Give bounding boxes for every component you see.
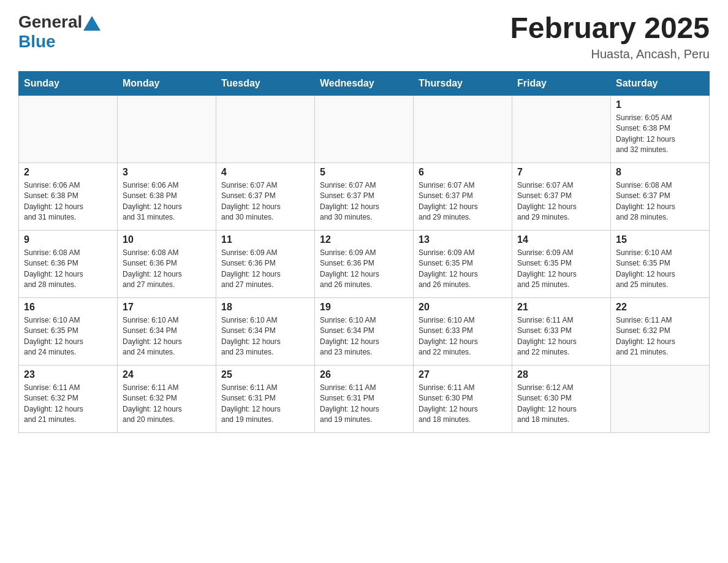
day-number: 21 (517, 302, 605, 313)
day-info: Sunrise: 6:08 AMSunset: 6:36 PMDaylight:… (24, 248, 112, 291)
week-row-1: 1Sunrise: 6:05 AMSunset: 6:38 PMDaylight… (19, 95, 710, 163)
calendar-cell: 14Sunrise: 6:09 AMSunset: 6:35 PMDayligh… (512, 230, 611, 297)
calendar-cell: 22Sunrise: 6:11 AMSunset: 6:32 PMDayligh… (611, 297, 710, 365)
calendar-cell: 19Sunrise: 6:10 AMSunset: 6:34 PMDayligh… (315, 297, 414, 365)
day-number: 6 (419, 167, 507, 178)
calendar-cell: 10Sunrise: 6:08 AMSunset: 6:36 PMDayligh… (118, 230, 216, 297)
calendar-cell: 23Sunrise: 6:11 AMSunset: 6:32 PMDayligh… (19, 365, 118, 432)
calendar-cell: 4Sunrise: 6:07 AMSunset: 6:37 PMDaylight… (216, 163, 315, 230)
calendar-cell: 27Sunrise: 6:11 AMSunset: 6:30 PMDayligh… (414, 365, 512, 432)
calendar-cell (118, 95, 216, 163)
calendar-cell: 2Sunrise: 6:06 AMSunset: 6:38 PMDaylight… (19, 163, 118, 230)
day-info: Sunrise: 6:05 AMSunset: 6:38 PMDaylight:… (616, 113, 704, 156)
day-number: 16 (24, 302, 112, 313)
day-number: 26 (320, 369, 408, 380)
day-info: Sunrise: 6:07 AMSunset: 6:37 PMDaylight:… (419, 180, 507, 223)
day-number: 23 (24, 369, 112, 380)
day-info: Sunrise: 6:07 AMSunset: 6:37 PMDaylight:… (320, 180, 408, 223)
day-info: Sunrise: 6:11 AMSunset: 6:33 PMDaylight:… (517, 315, 605, 358)
day-info: Sunrise: 6:10 AMSunset: 6:34 PMDaylight:… (320, 315, 408, 358)
day-info: Sunrise: 6:06 AMSunset: 6:38 PMDaylight:… (123, 180, 211, 223)
day-number: 12 (320, 234, 408, 245)
day-number: 10 (123, 234, 211, 245)
day-info: Sunrise: 6:11 AMSunset: 6:32 PMDaylight:… (616, 315, 704, 358)
calendar-cell: 7Sunrise: 6:07 AMSunset: 6:37 PMDaylight… (512, 163, 611, 230)
calendar-cell: 20Sunrise: 6:10 AMSunset: 6:33 PMDayligh… (414, 297, 512, 365)
calendar-table: SundayMondayTuesdayWednesdayThursdayFrid… (18, 71, 710, 433)
day-number: 13 (419, 234, 507, 245)
day-number: 11 (221, 234, 309, 245)
calendar-cell (414, 95, 512, 163)
weekday-header-friday: Friday (512, 71, 611, 95)
weekday-header-sunday: Sunday (19, 71, 118, 95)
calendar-cell: 24Sunrise: 6:11 AMSunset: 6:32 PMDayligh… (118, 365, 216, 432)
calendar-cell: 26Sunrise: 6:11 AMSunset: 6:31 PMDayligh… (315, 365, 414, 432)
day-number: 8 (616, 167, 704, 178)
day-number: 9 (24, 234, 112, 245)
day-info: Sunrise: 6:10 AMSunset: 6:34 PMDaylight:… (221, 315, 309, 358)
calendar-title: February 2025 (510, 12, 710, 45)
weekday-header-row: SundayMondayTuesdayWednesdayThursdayFrid… (19, 71, 710, 95)
calendar-cell: 6Sunrise: 6:07 AMSunset: 6:37 PMDaylight… (414, 163, 512, 230)
day-number: 28 (517, 369, 605, 380)
day-number: 5 (320, 167, 408, 178)
calendar-cell: 9Sunrise: 6:08 AMSunset: 6:36 PMDaylight… (19, 230, 118, 297)
day-info: Sunrise: 6:09 AMSunset: 6:36 PMDaylight:… (221, 248, 309, 291)
calendar-cell: 1Sunrise: 6:05 AMSunset: 6:38 PMDaylight… (611, 95, 710, 163)
calendar-cell: 11Sunrise: 6:09 AMSunset: 6:36 PMDayligh… (216, 230, 315, 297)
day-info: Sunrise: 6:11 AMSunset: 6:31 PMDaylight:… (221, 383, 309, 426)
logo-triangle-icon (83, 16, 100, 31)
logo: General Blue (18, 12, 100, 52)
calendar-cell: 8Sunrise: 6:08 AMSunset: 6:37 PMDaylight… (611, 163, 710, 230)
calendar-cell: 17Sunrise: 6:10 AMSunset: 6:34 PMDayligh… (118, 297, 216, 365)
calendar-cell: 28Sunrise: 6:12 AMSunset: 6:30 PMDayligh… (512, 365, 611, 432)
day-info: Sunrise: 6:09 AMSunset: 6:35 PMDaylight:… (419, 248, 507, 291)
week-row-4: 16Sunrise: 6:10 AMSunset: 6:35 PMDayligh… (19, 297, 710, 365)
page-header: General Blue February 2025 Huasta, Ancas… (18, 12, 710, 61)
day-number: 15 (616, 234, 704, 245)
day-info: Sunrise: 6:11 AMSunset: 6:32 PMDaylight:… (123, 383, 211, 426)
day-info: Sunrise: 6:10 AMSunset: 6:34 PMDaylight:… (123, 315, 211, 358)
day-number: 20 (419, 302, 507, 313)
calendar-cell: 3Sunrise: 6:06 AMSunset: 6:38 PMDaylight… (118, 163, 216, 230)
day-info: Sunrise: 6:10 AMSunset: 6:35 PMDaylight:… (616, 248, 704, 291)
day-info: Sunrise: 6:09 AMSunset: 6:35 PMDaylight:… (517, 248, 605, 291)
calendar-cell: 12Sunrise: 6:09 AMSunset: 6:36 PMDayligh… (315, 230, 414, 297)
day-info: Sunrise: 6:10 AMSunset: 6:35 PMDaylight:… (24, 315, 112, 358)
day-number: 7 (517, 167, 605, 178)
day-number: 14 (517, 234, 605, 245)
week-row-3: 9Sunrise: 6:08 AMSunset: 6:36 PMDaylight… (19, 230, 710, 297)
weekday-header-thursday: Thursday (414, 71, 512, 95)
day-info: Sunrise: 6:08 AMSunset: 6:36 PMDaylight:… (123, 248, 211, 291)
calendar-cell (315, 95, 414, 163)
day-number: 27 (419, 369, 507, 380)
week-row-2: 2Sunrise: 6:06 AMSunset: 6:38 PMDaylight… (19, 163, 710, 230)
day-number: 24 (123, 369, 211, 380)
calendar-cell (19, 95, 118, 163)
day-info: Sunrise: 6:07 AMSunset: 6:37 PMDaylight:… (517, 180, 605, 223)
day-info: Sunrise: 6:08 AMSunset: 6:37 PMDaylight:… (616, 180, 704, 223)
day-number: 1 (616, 99, 704, 110)
day-info: Sunrise: 6:09 AMSunset: 6:36 PMDaylight:… (320, 248, 408, 291)
day-info: Sunrise: 6:11 AMSunset: 6:31 PMDaylight:… (320, 383, 408, 426)
calendar-cell: 15Sunrise: 6:10 AMSunset: 6:35 PMDayligh… (611, 230, 710, 297)
week-row-5: 23Sunrise: 6:11 AMSunset: 6:32 PMDayligh… (19, 365, 710, 432)
calendar-cell (611, 365, 710, 432)
calendar-cell: 18Sunrise: 6:10 AMSunset: 6:34 PMDayligh… (216, 297, 315, 365)
calendar-cell: 25Sunrise: 6:11 AMSunset: 6:31 PMDayligh… (216, 365, 315, 432)
day-number: 17 (123, 302, 211, 313)
day-info: Sunrise: 6:12 AMSunset: 6:30 PMDaylight:… (517, 383, 605, 426)
day-number: 25 (221, 369, 309, 380)
day-info: Sunrise: 6:11 AMSunset: 6:30 PMDaylight:… (419, 383, 507, 426)
day-number: 19 (320, 302, 408, 313)
day-number: 22 (616, 302, 704, 313)
calendar-cell (216, 95, 315, 163)
day-info: Sunrise: 6:11 AMSunset: 6:32 PMDaylight:… (24, 383, 112, 426)
calendar-cell (512, 95, 611, 163)
logo-text-general: General (18, 12, 82, 32)
weekday-header-tuesday: Tuesday (216, 71, 315, 95)
calendar-subtitle: Huasta, Ancash, Peru (510, 47, 710, 61)
day-info: Sunrise: 6:10 AMSunset: 6:33 PMDaylight:… (419, 315, 507, 358)
day-number: 2 (24, 167, 112, 178)
calendar-cell: 16Sunrise: 6:10 AMSunset: 6:35 PMDayligh… (19, 297, 118, 365)
